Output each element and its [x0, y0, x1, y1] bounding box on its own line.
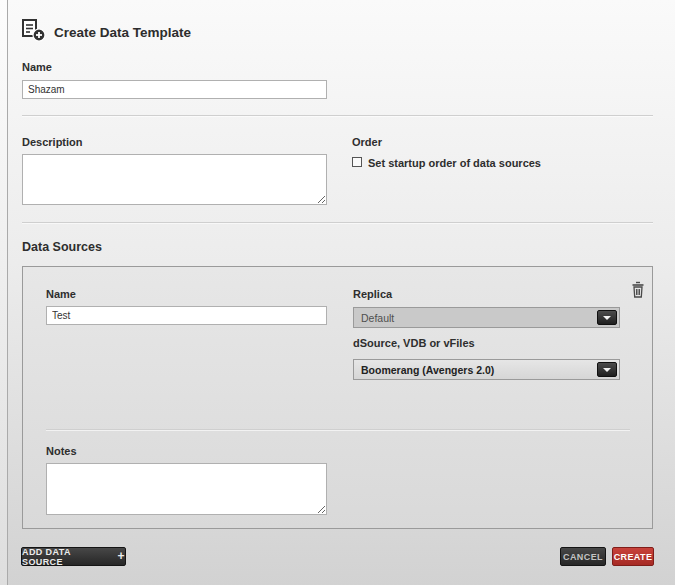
notes-label: Notes	[46, 445, 77, 457]
replica-label: Replica	[353, 288, 392, 300]
source-name-label: Name	[46, 288, 76, 300]
add-data-source-button[interactable]: ADD DATA SOURCE +	[21, 547, 126, 566]
chevron-down-icon	[603, 316, 611, 320]
order-label: Order	[352, 136, 382, 148]
description-label: Description	[22, 136, 83, 148]
dsource-selected-value: Boomerang (Avengers 2.0)	[361, 360, 494, 380]
template-name-input[interactable]	[22, 80, 327, 99]
cancel-button[interactable]: CANCEL	[560, 547, 606, 566]
divider-1	[22, 115, 653, 116]
create-button-label: CREATE	[614, 552, 653, 562]
cancel-button-label: CANCEL	[563, 552, 603, 562]
startup-order-checkbox[interactable]	[352, 157, 362, 167]
dsource-select[interactable]: Boomerang (Avengers 2.0)	[353, 359, 620, 380]
add-data-source-label: ADD DATA SOURCE	[22, 547, 112, 567]
data-source-card: Name Replica Default dSource, VDB or vFi…	[22, 266, 653, 529]
data-sources-heading: Data Sources	[22, 240, 102, 254]
create-button[interactable]: CREATE	[612, 547, 654, 566]
description-textarea[interactable]	[22, 154, 327, 205]
replica-selected-value: Default	[361, 308, 394, 328]
dsource-dropdown-button[interactable]	[597, 362, 617, 377]
trash-icon[interactable]	[631, 281, 645, 298]
notes-textarea[interactable]	[46, 463, 327, 515]
name-label: Name	[22, 61, 52, 73]
source-name-input[interactable]	[46, 306, 327, 325]
startup-order-checkbox-label[interactable]: Set startup order of data sources	[368, 157, 541, 169]
document-plus-icon	[20, 18, 46, 46]
dialog-header: Create Data Template	[20, 18, 191, 46]
replica-dropdown-button[interactable]	[597, 310, 617, 325]
page-title: Create Data Template	[54, 25, 191, 40]
panel-left-edge	[0, 0, 8, 585]
dsource-label: dSource, VDB or vFiles	[353, 337, 475, 349]
divider-2	[22, 222, 653, 223]
chevron-down-icon	[603, 368, 611, 372]
plus-icon: +	[118, 549, 125, 563]
replica-select[interactable]: Default	[353, 307, 620, 328]
card-divider	[46, 429, 630, 430]
